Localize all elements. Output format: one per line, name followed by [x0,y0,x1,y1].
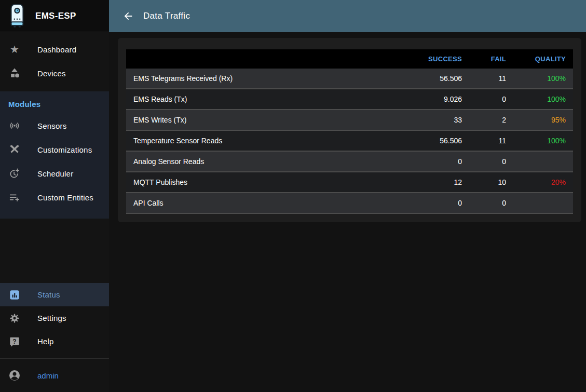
back-button[interactable] [121,9,135,23]
username-label: admin [37,371,59,380]
playlist-add-icon [8,191,21,204]
sidebar-item-label: Help [37,337,54,346]
sidebar: EMS-ESP ★ Dashboard Devices Modules [0,0,109,392]
table-row: EMS Writes (Tx) 33 2 95% [126,110,573,130]
category-icon [8,67,21,79]
sidebar-item-admin[interactable]: admin [0,359,109,392]
sidebar-item-label: Sensors [37,121,66,130]
row-fail-value: 11 [469,130,513,151]
row-label: Temperature Sensor Reads [126,130,407,151]
row-success-value: 0 [407,151,469,172]
row-label: EMS Reads (Tx) [126,89,407,110]
row-quality-value: 100% [513,89,573,110]
row-label: Analog Sensor Reads [126,151,407,172]
table-row: Temperature Sensor Reads 56.506 11 100% [126,130,573,151]
modules-section: Modules Sensors [0,91,109,219]
analytics-icon [8,289,21,301]
sidebar-item-devices[interactable]: Devices [0,61,109,85]
row-label: EMS Telegrams Received (Rx) [126,69,407,89]
main-area: Data Traffic SUCCESS FAIL QUALITY EMS Te… [109,0,586,392]
app-header: EMS-ESP [0,0,109,32]
row-success-value: 56.506 [407,69,469,89]
row-fail-value: 0 [469,151,513,172]
row-quality-value [513,151,573,172]
star-icon: ★ [8,43,21,56]
column-header-name [126,49,407,69]
column-header-quality: QUALITY [513,49,573,69]
app-title: EMS-ESP [35,11,76,21]
row-quality-value: 95% [513,110,573,130]
row-fail-value: 10 [469,172,513,193]
sidebar-item-custom-entities[interactable]: Custom Entities [0,185,109,209]
clock-plus-icon [8,167,21,180]
row-success-value: 33 [407,110,469,130]
sidebar-item-status[interactable]: Status [0,283,109,306]
table-row: EMS Telegrams Received (Rx) 56.506 11 10… [126,69,573,89]
sidebar-item-label: Status [37,290,60,299]
row-success-value: 9.026 [407,89,469,110]
sidebar-item-label: Custom Entities [37,193,93,202]
column-header-fail: FAIL [469,49,513,69]
tools-icon [8,143,21,156]
row-quality-value: 100% [513,130,573,151]
table-row: MQTT Publishes 12 10 20% [126,172,573,193]
antenna-icon [8,119,21,132]
page-title: Data Traffic [143,11,190,21]
gear-icon [8,312,21,325]
traffic-table-body: EMS Telegrams Received (Rx) 56.506 11 10… [126,69,573,213]
sidebar-item-label: Dashboard [37,45,76,54]
sidebar-item-label: Settings [37,314,66,322]
column-header-success: SUCCESS [407,49,469,69]
sidebar-item-settings[interactable]: Settings [0,306,109,330]
sidebar-spacer [0,219,109,283]
sidebar-item-label: Scheduler [37,169,73,178]
table-row: API Calls 0 0 [126,193,573,213]
row-quality-value: 100% [513,69,573,89]
sidebar-item-help[interactable]: ? Help [0,330,109,353]
nav-main: ★ Dashboard Devices [0,32,109,91]
row-label: EMS Writes (Tx) [126,110,407,130]
back-arrow-icon [122,10,134,22]
row-success-value: 56.506 [407,130,469,151]
sidebar-item-label: Customizations [37,145,92,154]
svg-text:?: ? [12,337,16,345]
table-row: Analog Sensor Reads 0 0 [126,151,573,172]
table-header: SUCCESS FAIL QUALITY [126,49,573,69]
data-traffic-table: SUCCESS FAIL QUALITY EMS Telegrams Recei… [126,49,573,214]
sidebar-item-sensors[interactable]: Sensors [0,114,109,138]
ems-esp-logo-icon [7,4,27,28]
row-quality-value [513,193,573,213]
row-success-value: 12 [407,172,469,193]
row-fail-value: 11 [469,69,513,89]
content: SUCCESS FAIL QUALITY EMS Telegrams Recei… [109,32,586,392]
help-icon: ? [8,335,21,348]
appbar: Data Traffic [109,0,586,32]
row-label: API Calls [126,193,407,213]
sidebar-item-customizations[interactable]: Customizations [0,138,109,161]
row-label: MQTT Publishes [126,172,407,193]
table-row: EMS Reads (Tx) 9.026 0 100% [126,89,573,110]
modules-section-title: Modules [0,92,109,114]
row-success-value: 0 [407,193,469,213]
sidebar-item-scheduler[interactable]: Scheduler [0,161,109,185]
sidebar-item-label: Devices [37,69,66,78]
nav-bottom: Status Settings ? [0,283,109,392]
row-fail-value: 0 [469,193,513,213]
account-circle-icon [8,369,21,382]
row-fail-value: 2 [469,110,513,130]
sidebar-item-dashboard[interactable]: ★ Dashboard [0,37,109,61]
row-quality-value: 20% [513,172,573,193]
row-fail-value: 0 [469,89,513,110]
data-traffic-panel: SUCCESS FAIL QUALITY EMS Telegrams Recei… [118,38,581,222]
